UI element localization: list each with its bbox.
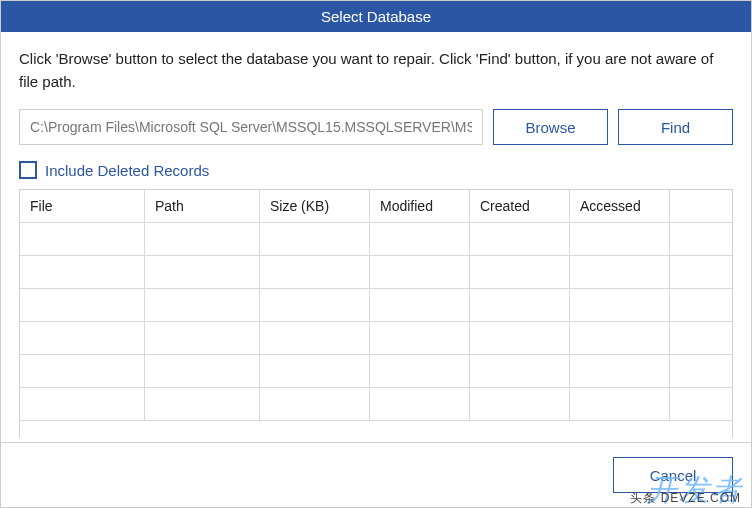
table-cell — [370, 256, 470, 288]
table-cell — [670, 256, 732, 288]
path-row: Browse Find — [19, 109, 733, 145]
table-cell — [260, 289, 370, 321]
include-deleted-checkbox[interactable] — [19, 161, 37, 179]
table-cell — [570, 322, 670, 354]
table-cell — [145, 289, 260, 321]
table-cell — [670, 289, 732, 321]
table-cell — [145, 223, 260, 255]
table-cell — [260, 388, 370, 420]
table-cell — [145, 256, 260, 288]
table-cell — [470, 322, 570, 354]
table-cell — [470, 289, 570, 321]
table-row[interactable] — [20, 289, 732, 322]
table-cell — [145, 322, 260, 354]
content-area: Click 'Browse' button to select the data… — [1, 32, 751, 442]
table-cell — [370, 223, 470, 255]
table-cell — [470, 355, 570, 387]
table-cell — [20, 322, 145, 354]
table-cell — [260, 355, 370, 387]
table-cell — [370, 322, 470, 354]
table-cell — [145, 388, 260, 420]
table-cell — [370, 388, 470, 420]
table-row[interactable] — [20, 223, 732, 256]
table-row[interactable] — [20, 322, 732, 355]
browse-button[interactable]: Browse — [493, 109, 608, 145]
table-cell — [570, 355, 670, 387]
table-row[interactable] — [20, 355, 732, 388]
table-cell — [670, 388, 732, 420]
instruction-text: Click 'Browse' button to select the data… — [19, 48, 733, 93]
window-title: Select Database — [321, 8, 431, 25]
footer-bar: Cancel 开发者 头条 DEVZE.COM — [1, 442, 751, 507]
find-button[interactable]: Find — [618, 109, 733, 145]
table-cell — [670, 322, 732, 354]
table-cell — [260, 223, 370, 255]
table-cell — [370, 355, 470, 387]
table-body[interactable] — [20, 223, 732, 438]
col-header-extra[interactable] — [670, 190, 732, 222]
table-cell — [570, 256, 670, 288]
col-header-modified[interactable]: Modified — [370, 190, 470, 222]
table-cell — [570, 223, 670, 255]
results-table: File Path Size (KB) Modified Created Acc… — [19, 189, 733, 438]
table-cell — [670, 223, 732, 255]
table-cell — [570, 289, 670, 321]
table-row[interactable] — [20, 256, 732, 289]
col-header-file[interactable]: File — [20, 190, 145, 222]
cancel-button[interactable]: Cancel — [613, 457, 733, 493]
col-header-created[interactable]: Created — [470, 190, 570, 222]
table-cell — [470, 223, 570, 255]
file-path-input[interactable] — [19, 109, 483, 145]
table-cell — [470, 388, 570, 420]
col-header-size[interactable]: Size (KB) — [260, 190, 370, 222]
table-cell — [145, 355, 260, 387]
table-cell — [570, 388, 670, 420]
table-cell — [470, 256, 570, 288]
table-cell — [20, 256, 145, 288]
table-cell — [20, 223, 145, 255]
table-cell — [670, 355, 732, 387]
include-deleted-label[interactable]: Include Deleted Records — [45, 162, 209, 179]
table-header-row: File Path Size (KB) Modified Created Acc… — [20, 190, 732, 223]
include-deleted-row: Include Deleted Records — [19, 161, 733, 179]
window-titlebar: Select Database — [1, 1, 751, 32]
table-row[interactable] — [20, 388, 732, 421]
table-cell — [260, 256, 370, 288]
col-header-accessed[interactable]: Accessed — [570, 190, 670, 222]
col-header-path[interactable]: Path — [145, 190, 260, 222]
table-cell — [20, 388, 145, 420]
table-cell — [20, 355, 145, 387]
table-cell — [20, 289, 145, 321]
table-cell — [260, 322, 370, 354]
table-cell — [370, 289, 470, 321]
